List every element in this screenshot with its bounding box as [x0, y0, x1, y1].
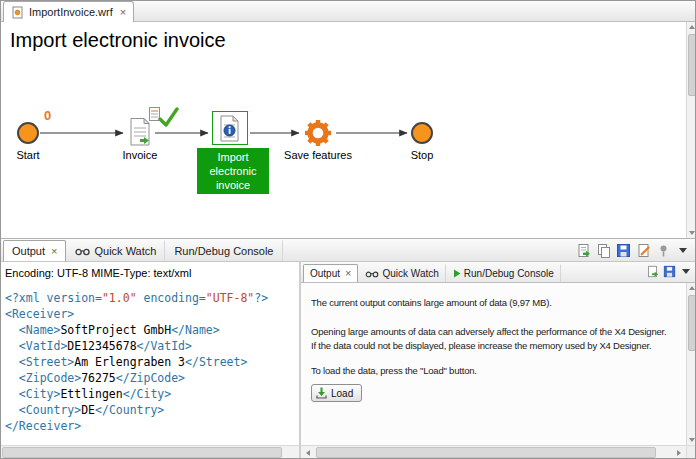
tab-run-debug-console[interactable]: Run/Debug Console	[165, 240, 282, 261]
xml-line: </Receiver>	[5, 418, 294, 434]
canvas-vertical-scrollbar[interactable]	[686, 22, 696, 238]
tab-output[interactable]: Output ×	[3, 240, 66, 261]
right-tab-output-close-icon[interactable]: ×	[345, 268, 351, 279]
output-message-panel: Output × Quick Watch Run/Debug Console	[301, 262, 696, 459]
stop-node[interactable]	[411, 122, 433, 144]
right-hscroll-thumb[interactable]	[316, 447, 656, 458]
xml-line: <Street>Am Erlengraben 3</Street>	[5, 354, 294, 370]
clear-output-icon[interactable]	[635, 242, 651, 258]
right-tab-output[interactable]: Output ×	[303, 264, 358, 282]
workflow-connectors	[0, 22, 686, 238]
editor-tab-title: ImportInvoice.wrf	[29, 6, 113, 18]
view-menu-icon[interactable]	[679, 264, 693, 278]
export-output-icon[interactable]	[645, 264, 659, 278]
editor-tab-bar: ImportInvoice.wrf ×	[0, 0, 696, 22]
right-tab-run-debug-console[interactable]: Run/Debug Console	[446, 264, 561, 282]
view-menu-icon[interactable]	[675, 242, 691, 258]
output-toolbar	[575, 242, 691, 258]
xml-line: <Name>SoftProject GmbH</Name>	[5, 322, 294, 338]
xml-line: <City>Ettlingen</City>	[5, 386, 294, 402]
left-panel-hscrollbar[interactable]	[0, 445, 299, 459]
right-panel-tab-bar: Output × Quick Watch Run/Debug Console	[301, 262, 696, 283]
large-output-message: The current output contains large amount…	[301, 283, 686, 445]
save-features-node-label: Save features	[280, 149, 356, 162]
tab-output-label: Output	[12, 245, 45, 257]
xml-code[interactable]: <?xml version="1.0" encoding="UTF-8"?><R…	[0, 286, 299, 445]
right-tab-quick-watch-label: Quick Watch	[382, 268, 438, 279]
tab-output-close-icon[interactable]: ×	[51, 246, 57, 257]
load-icon	[316, 387, 327, 399]
xml-line: <VatId>DE12345678</VatId>	[5, 338, 294, 354]
scroll-up-icon[interactable]	[687, 22, 696, 32]
load-button[interactable]: Load	[311, 384, 362, 402]
validation-check-icon	[157, 106, 179, 128]
save-output-icon[interactable]	[662, 264, 676, 278]
scroll-right-icon[interactable]	[672, 446, 686, 459]
load-instruction: To load the data, press the "Load" butto…	[311, 365, 678, 376]
output-size-notice: The current output contains large amount…	[311, 297, 678, 308]
editor-tab-importinvoice[interactable]: ImportInvoice.wrf ×	[3, 1, 134, 22]
right-panel-hscrollbar[interactable]	[301, 445, 686, 459]
workflow-canvas[interactable]: Import electronic invoice 0 Start In	[0, 22, 686, 238]
workflow-file-icon	[11, 6, 24, 19]
load-button-label: Load	[331, 388, 353, 399]
scroll-left-icon[interactable]	[301, 446, 315, 459]
import-node-glyph	[219, 115, 241, 142]
canvas-vscroll-thumb[interactable]	[688, 34, 696, 96]
save-output-icon[interactable]	[615, 242, 631, 258]
encoding-info: Encoding: UTF-8 MIME-Type: text/xml	[0, 262, 299, 282]
start-node-label: Start	[4, 149, 52, 162]
pin-view-icon[interactable]	[655, 242, 671, 258]
tab-quick-watch[interactable]: Quick Watch	[66, 240, 165, 261]
right-tab-output-label: Output	[310, 268, 340, 279]
save-features-node-icon[interactable]	[303, 118, 333, 148]
import-node-label[interactable]: Import electronic invoice	[197, 148, 269, 194]
xml-line: <Country>DE</Country>	[5, 402, 294, 418]
scroll-down-icon[interactable]	[687, 435, 696, 445]
tab-quick-watch-label: Quick Watch	[94, 245, 156, 257]
panel-splitter[interactable]	[299, 262, 301, 459]
start-node[interactable]	[17, 122, 39, 144]
branch-counter: 0	[44, 108, 51, 123]
left-hscroll-thumb[interactable]	[2, 447, 282, 458]
quick-watch-icon	[75, 247, 90, 256]
xml-line: <ZipCode>76275</ZipCode>	[5, 370, 294, 386]
invoice-node-label: Invoice	[108, 149, 172, 162]
scroll-up-icon[interactable]	[687, 283, 696, 293]
performance-warning: Opening large amounts of data can advers…	[311, 326, 678, 337]
right-panel-toolbar	[645, 264, 693, 278]
export-output-icon[interactable]	[575, 242, 591, 258]
import-node-icon[interactable]	[212, 111, 248, 145]
copy-output-icon[interactable]	[595, 242, 611, 258]
memory-warning: If the data could not be displayed, plea…	[311, 340, 678, 351]
invoice-node-icon[interactable]	[128, 117, 153, 147]
x4-designer-window: ImportInvoice.wrf × Import electronic in…	[0, 0, 696, 459]
right-tab-run-debug-console-label: Run/Debug Console	[464, 268, 554, 279]
xml-line: <?xml version="1.0" encoding="UTF-8"?>	[5, 290, 294, 306]
run-debug-console-icon	[453, 269, 461, 278]
xml-line: <Receiver>	[5, 306, 294, 322]
right-tab-quick-watch[interactable]: Quick Watch	[358, 264, 445, 282]
editor-tab-close-icon[interactable]: ×	[120, 7, 126, 18]
quick-watch-icon	[365, 270, 379, 278]
tab-run-debug-console-label: Run/Debug Console	[174, 245, 273, 257]
right-panel-vscrollbar[interactable]	[686, 283, 696, 445]
scrollbar-corner	[686, 445, 696, 459]
scroll-down-icon[interactable]	[687, 228, 696, 238]
output-xml-panel: Encoding: UTF-8 MIME-Type: text/xml <?xm…	[0, 262, 299, 445]
right-vscroll-thumb[interactable]	[688, 295, 696, 351]
stop-node-label: Stop	[398, 149, 446, 162]
output-group-tab-bar: Output × Quick Watch Run/Debug Console	[0, 238, 696, 262]
